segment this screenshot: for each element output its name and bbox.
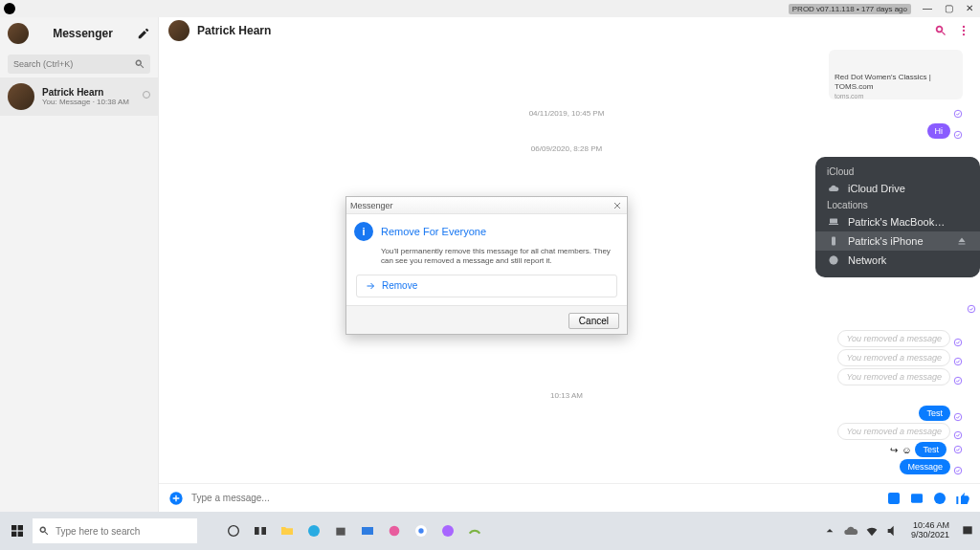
tray-chevron-icon[interactable] <box>822 518 837 543</box>
removed-message[interactable]: You removed a message <box>837 368 950 385</box>
cloud-icon <box>827 183 840 194</box>
location-iphone[interactable]: Patrick's iPhone <box>815 231 980 251</box>
svg-rect-29 <box>336 528 345 536</box>
dialog-titlebar: Messenger <box>346 197 627 214</box>
svg-point-12 <box>954 377 962 385</box>
globe-icon <box>827 254 840 266</box>
more-options-icon[interactable] <box>957 24 970 37</box>
link-source: toms.com <box>835 93 957 100</box>
mail-icon[interactable] <box>355 518 380 543</box>
sticker-icon[interactable] <box>886 491 902 506</box>
conversation-item[interactable]: Patrick Hearn You: Message · 10:38 AM <box>0 77 158 116</box>
maximize-button[interactable]: ▢ <box>938 0 959 17</box>
svg-rect-6 <box>829 224 838 225</box>
laptop-icon <box>827 216 840 228</box>
app-icon[interactable] <box>382 518 407 543</box>
like-icon[interactable] <box>955 491 970 506</box>
chat-avatar[interactable] <box>168 20 189 41</box>
svg-rect-23 <box>11 532 16 537</box>
message-bubble-sent[interactable]: Message <box>900 459 950 474</box>
taskbar-clock[interactable]: 10:46 AM 9/30/2021 <box>911 521 949 540</box>
search-input[interactable] <box>8 55 150 74</box>
message-composer <box>159 483 980 512</box>
location-macbook[interactable]: Patrick's MacBook… <box>815 212 980 231</box>
message-bubble-sent[interactable]: Test <box>915 442 947 457</box>
chat-title: Patrick Hearn <box>197 24 271 37</box>
compose-icon[interactable] <box>137 27 150 40</box>
header-search-icon[interactable] <box>934 24 947 37</box>
my-avatar[interactable] <box>8 23 29 44</box>
removed-message[interactable]: You removed a message <box>837 330 950 347</box>
emoji-react-icon[interactable]: ☺ <box>902 445 911 455</box>
message-bubble-sent[interactable]: Hi <box>927 123 951 139</box>
cancel-button[interactable]: Cancel <box>568 313 619 329</box>
explorer-icon[interactable] <box>275 518 300 543</box>
popup-section-label: Locations <box>815 198 980 212</box>
svg-rect-18 <box>888 493 900 504</box>
notifications-icon[interactable] <box>960 518 975 543</box>
build-tag: PROD v07.11.118 • 177 days ago <box>789 4 911 14</box>
remove-label: Remove <box>382 280 417 291</box>
location-label: Network <box>848 254 886 266</box>
dialog-body-text: You'll permanently remove this message f… <box>381 247 619 267</box>
timestamp: 06/09/2020, 8:28 PM <box>170 144 963 153</box>
forward-icon[interactable]: ↪ <box>890 445 898 455</box>
search-icon[interactable] <box>134 56 145 68</box>
app-icon[interactable] <box>462 518 487 543</box>
remove-message-dialog: Messenger i Remove For Everyone You'll p… <box>345 196 628 335</box>
timestamp: 04/11/2019, 10:45 PM <box>170 109 963 118</box>
svg-point-11 <box>954 358 962 365</box>
search-icon <box>38 525 50 537</box>
location-icloud-drive[interactable]: iCloud Drive <box>815 179 980 198</box>
message-preview: You: Message · 10:38 AM <box>42 98 129 106</box>
status-dot-icon <box>143 91 150 99</box>
delivered-icon <box>953 408 963 418</box>
timestamp: 10:13 AM <box>170 391 963 400</box>
delivered-icon <box>953 105 963 115</box>
close-button[interactable]: ✕ <box>959 0 980 17</box>
removed-message[interactable]: You removed a message <box>837 349 950 366</box>
svg-point-15 <box>954 446 962 453</box>
messenger-taskbar-icon[interactable] <box>435 518 460 543</box>
gif-icon[interactable] <box>909 491 924 506</box>
location-label: iCloud Drive <box>848 183 905 194</box>
remove-button[interactable]: Remove <box>356 275 617 297</box>
svg-rect-27 <box>261 527 266 535</box>
svg-rect-21 <box>11 525 16 530</box>
emoji-icon[interactable] <box>932 491 947 506</box>
chrome-icon[interactable] <box>409 518 434 543</box>
minimize-button[interactable]: — <box>917 0 938 17</box>
link-preview-card[interactable]: Red Dot Women's Classics | TOMS.com toms… <box>829 50 963 99</box>
edge-icon[interactable] <box>301 518 326 543</box>
system-tray: 10:46 AM 9/30/2021 <box>821 518 976 543</box>
task-view-icon[interactable] <box>248 518 273 543</box>
svg-rect-30 <box>362 527 373 535</box>
wifi-icon[interactable] <box>864 518 880 543</box>
cortana-icon[interactable] <box>221 518 246 543</box>
taskbar-search[interactable]: Type here to search <box>33 518 197 543</box>
start-button[interactable] <box>5 518 30 543</box>
svg-point-16 <box>954 467 962 474</box>
message-bubble-sent[interactable]: Test <box>919 406 950 421</box>
contact-avatar <box>8 83 34 110</box>
svg-rect-7 <box>832 237 835 246</box>
sidebar-title: Messenger <box>29 27 137 40</box>
svg-rect-19 <box>911 494 923 502</box>
svg-point-2 <box>963 33 965 35</box>
removed-message[interactable]: You removed a message <box>837 423 950 440</box>
eject-icon[interactable] <box>955 235 969 247</box>
delivered-icon <box>953 353 963 363</box>
delivered-icon <box>953 334 963 343</box>
svg-point-14 <box>954 431 962 439</box>
delivered-icon <box>967 300 976 310</box>
svg-point-1 <box>963 30 965 32</box>
location-network[interactable]: Network <box>815 251 980 270</box>
location-label: Patrick's MacBook… <box>848 216 945 228</box>
add-attachment-icon[interactable] <box>168 491 184 506</box>
contact-name: Patrick Hearn <box>42 87 129 98</box>
volume-icon[interactable] <box>885 518 901 543</box>
message-input[interactable] <box>191 493 879 503</box>
store-icon[interactable] <box>328 518 353 543</box>
dialog-close-icon[interactable] <box>612 200 623 211</box>
onedrive-icon[interactable] <box>843 518 858 543</box>
